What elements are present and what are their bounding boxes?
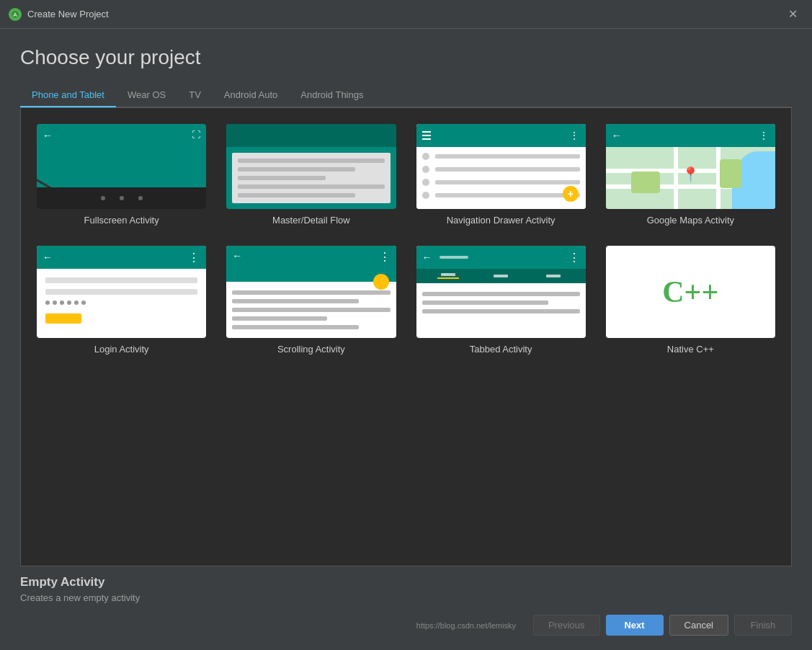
- tab-tv[interactable]: TV: [177, 84, 213, 107]
- email-field-mock: [45, 277, 197, 283]
- login-form: [37, 269, 206, 338]
- activity-preview-navdrawer: ⋮: [416, 124, 586, 209]
- main-content: Choose your project Phone and Tablet Wea…: [0, 29, 812, 650]
- overflow-icon: ⋮: [569, 130, 580, 141]
- activity-preview-master: [226, 124, 396, 209]
- map-block-1: [631, 172, 660, 193]
- nav-dot-1: [101, 196, 105, 200]
- next-button[interactable]: Next: [606, 615, 664, 636]
- maps-back-icon: ←: [612, 130, 622, 141]
- tabbed-content: [416, 283, 586, 338]
- svg-text:A: A: [13, 12, 17, 18]
- tabbed-line-1: [422, 292, 580, 296]
- scrolling-content: [226, 282, 396, 338]
- tab-item-2: [475, 269, 527, 283]
- tab-item-1: [422, 269, 475, 283]
- tab-android-things[interactable]: Android Things: [289, 84, 375, 107]
- activity-preview-maps: ← ⋮ 📍: [606, 124, 775, 209]
- close-button[interactable]: ✕: [782, 4, 803, 24]
- tab-bar: Phone and Tablet Wear OS TV Android Auto…: [20, 84, 792, 107]
- tab-item-3: [527, 269, 580, 283]
- activity-grid: ← ⛶ Fullscreen Activity: [20, 107, 792, 566]
- activity-label-login: Login Activity: [94, 344, 149, 355]
- text-line-1: [238, 159, 384, 163]
- pwd-dot-6: [81, 300, 86, 305]
- scrolling-back-icon: ←: [232, 250, 242, 262]
- selected-activity-info: Empty Activity Creates a new empty activ…: [20, 566, 792, 609]
- activity-preview-tabbed: ← ⋮: [416, 246, 586, 338]
- tabbed-toolbar: ← ⋮: [416, 246, 586, 269]
- scroll-line-3: [232, 308, 390, 312]
- previous-button[interactable]: Previous: [533, 615, 600, 636]
- activity-label-cpp: Native C++: [667, 344, 714, 355]
- tab-phone-tablet[interactable]: Phone and Tablet: [20, 84, 116, 107]
- master-content: [232, 153, 390, 203]
- activity-label-master: Master/Detail Flow: [272, 215, 350, 226]
- text-line-3: [238, 176, 326, 180]
- tab-android-auto[interactable]: Android Auto: [213, 84, 289, 107]
- bottom-nav-bar: [37, 187, 206, 209]
- login-button-mock: [45, 313, 81, 324]
- scroll-line-1: [232, 290, 390, 295]
- scroll-line-4: [232, 316, 327, 321]
- activity-label-scrolling: Scrolling Activity: [277, 344, 345, 355]
- tabbed-back-icon: ←: [422, 251, 432, 263]
- navdrawer-toolbar: ⋮: [416, 124, 586, 147]
- pwd-dot-4: [67, 300, 71, 305]
- activity-label-maps: Google Maps Activity: [647, 215, 734, 226]
- list-text-3: [435, 180, 580, 184]
- login-toolbar: ← ⋮: [37, 246, 206, 269]
- map-background: 📍: [606, 147, 775, 209]
- navdrawer-fab: +: [563, 186, 579, 202]
- expand-icon: ⛶: [192, 130, 200, 140]
- list-dot-2: [422, 166, 429, 173]
- map-block-2: [720, 159, 741, 188]
- back-arrow-icon: ←: [43, 130, 53, 141]
- finish-button[interactable]: Finish: [734, 615, 792, 636]
- list-row-1: [422, 153, 580, 160]
- activity-preview-login: ← ⋮: [37, 246, 206, 338]
- tab-text-3: [546, 275, 561, 277]
- pwd-dot-3: [60, 300, 64, 305]
- activity-card-master-detail[interactable]: Master/Detail Flow: [222, 120, 400, 230]
- scroll-line-2: [232, 299, 358, 303]
- url-bar: https://blog.csdn.net/lemisky: [20, 621, 516, 630]
- tab-text-2: [494, 275, 508, 277]
- map-pin-icon: 📍: [682, 166, 700, 183]
- scrolling-fab: [373, 274, 389, 290]
- list-dot-3: [422, 179, 429, 186]
- window-title: Create New Project: [27, 9, 109, 19]
- activity-card-cpp[interactable]: C++ Native C++: [602, 241, 780, 359]
- cancel-button[interactable]: Cancel: [669, 615, 728, 636]
- activity-label-tabbed: Tabbed Activity: [470, 344, 532, 355]
- activity-label-fullscreen: Fullscreen Activity: [84, 215, 159, 226]
- tab-text-1: [441, 273, 455, 276]
- list-row-3: [422, 179, 580, 186]
- scrolling-toolbar: ← ⋮: [226, 246, 396, 282]
- master-toolbar: [226, 124, 396, 147]
- activity-card-fullscreen[interactable]: ← ⛶ Fullscreen Activity: [32, 120, 210, 230]
- text-line-4: [238, 184, 384, 189]
- page-title: Choose your project: [20, 46, 792, 69]
- list-dot-4: [422, 192, 429, 199]
- app-icon: A: [9, 8, 22, 21]
- activity-card-scrolling[interactable]: ← ⋮ Scrolling Activity: [222, 241, 400, 359]
- titlebar-left: A Create New Project: [9, 8, 109, 21]
- activity-card-login[interactable]: ← ⋮ Login Activit: [32, 241, 210, 359]
- activity-label-navdrawer: Navigation Drawer Activity: [447, 215, 556, 226]
- list-text-1: [435, 154, 580, 159]
- text-line-2: [238, 167, 355, 172]
- activity-card-nav-drawer[interactable]: ⋮: [412, 120, 590, 230]
- activity-preview-scrolling: ← ⋮: [226, 246, 396, 338]
- navdrawer-list: [416, 147, 586, 209]
- nav-dot-2: [120, 196, 124, 200]
- tab-active-indicator: [437, 277, 459, 279]
- list-row-4: [422, 192, 580, 199]
- activity-card-maps[interactable]: ← ⋮ 📍 Google Maps Activi: [602, 120, 780, 230]
- tab-wear-os[interactable]: Wear OS: [116, 84, 177, 107]
- pwd-dot-5: [74, 300, 79, 305]
- selected-activity-description: Creates a new empty activity: [20, 592, 792, 603]
- activity-card-tabbed[interactable]: ← ⋮: [412, 241, 590, 359]
- scroll-line-5: [232, 325, 358, 329]
- hamburger-icon: [422, 131, 431, 140]
